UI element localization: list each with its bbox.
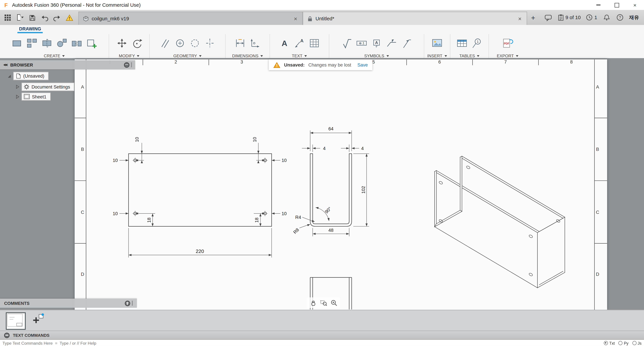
- front-view-dim-text[interactable]: 10 10 10 10 10 10 18 18 220: [113, 137, 286, 254]
- mode-js[interactable]: Js: [632, 341, 642, 345]
- close-button[interactable]: ×: [626, 0, 644, 10]
- base-view-icon[interactable]: [11, 37, 23, 49]
- file-menu-button[interactable]: [16, 14, 24, 21]
- tab-coilgun-mk6[interactable]: coilgun_mk6 v19 ×: [78, 12, 302, 25]
- group-label-geometry[interactable]: GEOMETRY: [174, 54, 202, 58]
- save-link[interactable]: Save: [358, 62, 368, 67]
- warning-message: Changes may be lost: [308, 62, 351, 67]
- minimize-button[interactable]: [589, 0, 608, 10]
- expander-closed-icon[interactable]: [16, 95, 20, 99]
- mode-py[interactable]: Py: [618, 341, 628, 345]
- drawing-canvas[interactable]: A B C D A B C D 1 2 3 4 5 6 7 8: [75, 59, 607, 310]
- maximize-button[interactable]: [608, 0, 626, 10]
- front-view[interactable]: [129, 154, 272, 226]
- feature-control-frame-icon[interactable]: ⊕.1: [356, 37, 368, 49]
- dashed-circle-icon[interactable]: [189, 37, 201, 49]
- job-status[interactable]: 9 of 10: [558, 14, 581, 21]
- browser-collapse-all-icon[interactable]: [124, 62, 129, 68]
- front-view-centermarks: [132, 157, 268, 216]
- pan-hand-icon[interactable]: [308, 298, 318, 307]
- browser-panel-header[interactable]: ◀◀ BROWSER: [0, 60, 135, 69]
- leader-text-icon[interactable]: A: [294, 37, 305, 49]
- svg-text:R4: R4: [295, 215, 301, 220]
- rotate-icon[interactable]: [131, 37, 142, 49]
- add-comment-icon[interactable]: [125, 300, 130, 306]
- panel-grip[interactable]: [132, 301, 133, 306]
- expander-open-icon[interactable]: [8, 74, 11, 78]
- expander-closed-icon[interactable]: [16, 85, 20, 89]
- app-grid-icon[interactable]: [3, 14, 11, 21]
- help-icon[interactable]: ?: [616, 14, 624, 21]
- svg-text:220: 220: [196, 248, 204, 254]
- user-avatar[interactable]: 재유: [629, 14, 639, 21]
- table-icon[interactable]: [456, 37, 468, 49]
- zoom-icon[interactable]: [329, 298, 338, 307]
- side-view[interactable]: [310, 154, 352, 226]
- group-label-dimensions[interactable]: DIMENSIONS: [232, 54, 263, 58]
- save-button[interactable]: [28, 14, 36, 21]
- group-label-create[interactable]: CREATE: [44, 54, 65, 58]
- extension-clock[interactable]: 1: [586, 14, 597, 21]
- detail-view-icon[interactable]: [56, 37, 68, 49]
- browser-item-document-settings[interactable]: Document Settings: [16, 83, 74, 91]
- radio-py-icon[interactable]: [618, 341, 623, 345]
- group-label-text[interactable]: TEXT: [292, 54, 307, 58]
- break-view-icon[interactable]: [71, 37, 82, 49]
- new-sheet-button[interactable]: [29, 313, 44, 327]
- tab-close-icon[interactable]: ×: [518, 16, 522, 22]
- dropdown-caret-icon: [199, 55, 202, 57]
- mode-txt[interactable]: Txt: [604, 341, 615, 345]
- parallel-lines-icon[interactable]: [159, 37, 171, 49]
- browser-root-row[interactable]: (Unsaved): [8, 72, 48, 80]
- move-icon[interactable]: [116, 37, 128, 49]
- comment-icon[interactable]: [544, 14, 552, 21]
- text-icon[interactable]: A: [279, 37, 290, 49]
- drawing-viewport[interactable]: A B C D A B C D 1 2 3 4 5 6 7 8: [0, 58, 644, 310]
- workspace-tab-drawing[interactable]: DRAWING: [18, 26, 43, 33]
- group-label-export[interactable]: EXPORT: [497, 54, 518, 58]
- iso-view[interactable]: [434, 156, 565, 288]
- centerline-icon[interactable]: [204, 37, 216, 49]
- collapse-panel-icon[interactable]: ◀◀: [3, 63, 7, 67]
- notifications-bell-icon[interactable]: [602, 14, 610, 21]
- dropdown-caret-icon: [62, 55, 65, 57]
- balloon-icon[interactable]: 1: [471, 37, 483, 49]
- datum-identifier-icon[interactable]: A: [371, 37, 382, 49]
- linear-dimension-icon[interactable]: [234, 37, 246, 49]
- browser-item-sheet1[interactable]: Sheet1: [16, 93, 50, 100]
- insert-image-icon[interactable]: [431, 37, 443, 49]
- comments-panel-header[interactable]: COMMENTS: [0, 299, 137, 308]
- projected-view-icon[interactable]: [26, 37, 38, 49]
- radio-txt-icon[interactable]: [604, 341, 608, 345]
- svg-text:64: 64: [328, 126, 334, 131]
- ordinate-dimension-icon[interactable]: [249, 37, 261, 49]
- health-warning-icon[interactable]: [66, 14, 74, 21]
- group-label-symbols[interactable]: SYMBOLS: [364, 54, 389, 58]
- surface-texture-icon[interactable]: [341, 37, 352, 49]
- svg-text:6: 6: [438, 59, 441, 65]
- tab-close-icon[interactable]: ×: [293, 16, 298, 22]
- drawing-sheet[interactable]: A B C D A B C D 1 2 3 4 5 6 7 8: [75, 59, 607, 310]
- create-sketch-icon[interactable]: [86, 37, 98, 49]
- panel-grip[interactable]: [131, 62, 132, 67]
- section-view-icon[interactable]: [41, 37, 53, 49]
- group-label-modify[interactable]: MODIFY: [119, 54, 140, 58]
- sheet1-thumbnail[interactable]: [6, 312, 26, 330]
- radio-js-icon[interactable]: [632, 341, 636, 345]
- edge-symbol-icon[interactable]: [401, 37, 412, 49]
- undo-button[interactable]: [40, 14, 48, 21]
- text-settings-icon[interactable]: [308, 37, 320, 49]
- weld-symbol-icon[interactable]: [386, 37, 397, 49]
- zoom-window-icon[interactable]: [319, 298, 328, 307]
- group-label-insert[interactable]: INSERT: [427, 54, 447, 58]
- command-input[interactable]: [2, 341, 600, 345]
- center-mark-icon[interactable]: [174, 37, 186, 49]
- text-commands-header[interactable]: TEXT COMMANDS: [0, 330, 644, 340]
- new-tab-button[interactable]: +: [527, 12, 539, 25]
- group-label-tables[interactable]: TABLES: [459, 54, 480, 58]
- tab-untitled[interactable]: Untitled* ×: [303, 12, 527, 25]
- svg-text:A: A: [596, 84, 599, 90]
- export-pdf-icon[interactable]: PDF: [502, 37, 513, 49]
- redo-button[interactable]: [53, 14, 61, 21]
- collapse-text-commands-icon[interactable]: [4, 333, 10, 338]
